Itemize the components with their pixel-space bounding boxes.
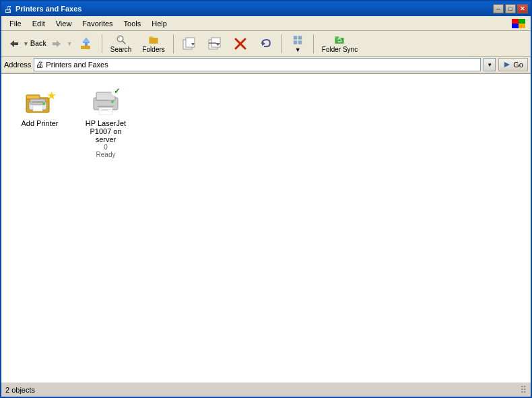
title-bar-left: 🖨 Printers and Faxes — [4, 4, 81, 14]
go-label: Go — [513, 61, 523, 69]
windows-flag-icon — [512, 19, 525, 28]
svg-rect-15 — [186, 38, 195, 47]
forward-dropdown: ▼ — [67, 40, 73, 47]
svg-marker-8 — [82, 37, 90, 42]
svg-line-10 — [122, 40, 125, 43]
move-to-button[interactable] — [203, 32, 227, 55]
menu-file[interactable]: File — [4, 18, 27, 29]
forward-button[interactable] — [48, 34, 67, 54]
resize-grip[interactable]: ⠿ — [520, 385, 527, 395]
forward-nav: ▼ — [48, 34, 73, 54]
svg-rect-26 — [294, 40, 297, 44]
menu-help[interactable]: Help — [146, 18, 172, 29]
svg-rect-3 — [53, 42, 57, 45]
address-bar: Address 🖨 ▼ Go — [1, 57, 531, 74]
menu-edit[interactable]: Edit — [27, 18, 51, 29]
toolbar-sep-1 — [102, 34, 102, 53]
title-buttons: ─ □ ✕ — [493, 4, 528, 13]
address-dropdown[interactable]: ▼ — [484, 58, 496, 71]
back-nav: ▼ Back — [4, 34, 46, 54]
address-input-wrap: 🖨 — [34, 58, 481, 71]
toolbar-sep-4 — [313, 34, 314, 53]
svg-marker-31 — [504, 62, 510, 67]
winxp-logo — [512, 19, 525, 28]
menu-bar: File Edit View Favorites Tools Help — [1, 16, 531, 31]
toolbar-sep-3 — [281, 34, 282, 53]
folder-sync-button[interactable]: Folder Sync — [317, 32, 362, 55]
svg-marker-23 — [262, 41, 265, 46]
svg-point-46 — [111, 100, 114, 103]
svg-rect-33 — [26, 95, 40, 99]
default-printer-badge: ✓ — [111, 86, 122, 96]
go-button[interactable]: Go — [498, 58, 528, 71]
menu-tools[interactable]: Tools — [119, 18, 147, 29]
svg-rect-44 — [100, 109, 111, 110]
hp-printer-queue: 0 — [104, 143, 108, 151]
menu-favorites[interactable]: Favorites — [77, 18, 118, 29]
back-label: Back — [30, 40, 46, 47]
svg-rect-7 — [85, 43, 88, 46]
svg-rect-13 — [149, 38, 158, 44]
hp-printer-item[interactable]: ✓ HP LaserJet P1007 on server 0 Ready — [75, 82, 136, 162]
maximize-button[interactable]: □ — [505, 4, 516, 13]
add-printer-label: Add Printer — [21, 119, 58, 127]
address-input[interactable] — [46, 61, 479, 69]
undo-button[interactable] — [254, 32, 278, 55]
svg-rect-47 — [95, 100, 108, 101]
svg-rect-37 — [32, 101, 44, 103]
folders-button[interactable]: Folders — [137, 32, 169, 55]
svg-rect-45 — [100, 110, 108, 111]
svg-point-12 — [119, 37, 120, 38]
search-button[interactable]: Search — [106, 32, 137, 55]
copy-to-button[interactable] — [177, 32, 201, 55]
svg-rect-18 — [211, 38, 220, 47]
svg-rect-36 — [33, 106, 42, 111]
svg-point-38 — [42, 102, 45, 105]
toolbar: ▼ Back ▼ — [1, 31, 531, 57]
menu-view[interactable]: View — [51, 18, 77, 29]
svg-rect-42 — [98, 106, 114, 107]
close-button[interactable]: ✕ — [517, 4, 528, 13]
hp-printer-status: Ready — [96, 151, 116, 158]
window-title: Printers and Faxes — [15, 5, 81, 13]
minimize-button[interactable]: ─ — [493, 4, 504, 13]
status-bar: 2 objects ⠿ — [1, 382, 531, 397]
back-button[interactable] — [4, 34, 23, 54]
address-folder-icon: 🖨 — [36, 60, 44, 69]
search-label: Search — [110, 46, 132, 53]
content-area: ★ Add Printer — [1, 74, 531, 170]
svg-rect-25 — [298, 36, 302, 39]
delete-button[interactable] — [228, 32, 253, 55]
address-label: Address — [4, 61, 31, 69]
add-printer-item[interactable]: ★ Add Printer — [9, 82, 70, 162]
folder-sync-label: Folder Sync — [322, 46, 358, 53]
svg-rect-1 — [13, 42, 18, 45]
hp-printer-icon-wrap: ✓ — [90, 86, 122, 118]
status-text: 2 objects — [5, 386, 35, 394]
svg-rect-27 — [298, 40, 302, 44]
views-dropdown-arrow[interactable]: ▼ — [295, 46, 301, 53]
window-frame: 🖨 Printers and Faxes ─ □ ✕ File Edit Vie… — [0, 0, 532, 398]
toolbar-sep-2 — [173, 34, 174, 53]
title-bar: 🖨 Printers and Faxes ─ □ ✕ — [1, 1, 531, 16]
back-dropdown[interactable]: ▼ — [23, 40, 29, 47]
folders-label: Folders — [142, 46, 164, 53]
up-button[interactable] — [74, 32, 98, 55]
window-icon: 🖨 — [4, 4, 13, 14]
svg-rect-24 — [294, 36, 297, 39]
hp-printer-name: HP LaserJet P1007 on server — [79, 119, 133, 143]
main-content: ★ Add Printer — [1, 74, 531, 382]
views-button[interactable]: ▼ — [286, 32, 310, 55]
svg-rect-5 — [81, 46, 90, 49]
svg-text:★: ★ — [47, 90, 56, 101]
add-printer-icon-wrap: ★ — [24, 86, 56, 118]
